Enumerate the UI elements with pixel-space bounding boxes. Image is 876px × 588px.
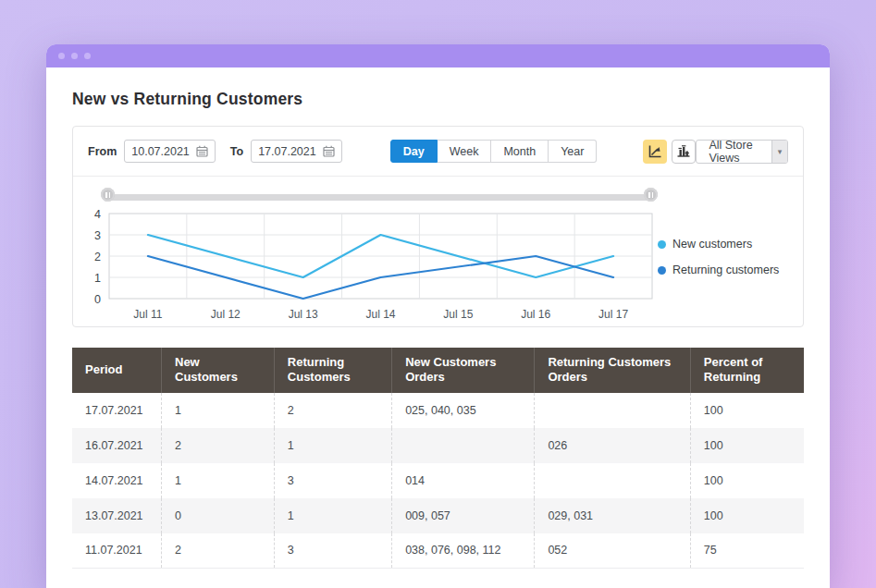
legend-dot-icon bbox=[658, 266, 666, 275]
table-cell: 100 bbox=[690, 428, 804, 463]
chart-legend: New customersReturning customers bbox=[658, 238, 779, 276]
line-chart: 01234Jul 11Jul 12Jul 13Jul 14Jul 15Jul 1… bbox=[81, 206, 710, 323]
x-tick-label: Jul 17 bbox=[598, 308, 628, 321]
table-header-row: PeriodNew CustomersReturning CustomersNe… bbox=[72, 348, 804, 393]
x-tick-label: Jul 12 bbox=[211, 308, 241, 321]
x-tick-label: Jul 13 bbox=[289, 308, 318, 321]
legend-label: Returning customers bbox=[672, 263, 779, 276]
y-tick-label: 2 bbox=[94, 251, 101, 263]
table-cell: 2 bbox=[274, 393, 391, 428]
table-row: 14.07.202113014100 bbox=[72, 463, 804, 498]
table-cell: 1 bbox=[162, 463, 275, 498]
to-date-input[interactable]: 17.07.2021 bbox=[251, 140, 342, 163]
window-titlebar[interactable] bbox=[46, 44, 830, 67]
period-button-group: DayWeekMonthYear bbox=[390, 140, 598, 163]
table-cell: 026 bbox=[535, 428, 690, 463]
table-cell bbox=[392, 428, 535, 463]
table-cell: 17.07.2021 bbox=[72, 393, 162, 428]
from-date-value: 10.07.2021 bbox=[131, 145, 190, 158]
chart-area: 01234Jul 11Jul 12Jul 13Jul 14Jul 15Jul 1… bbox=[73, 177, 803, 326]
table-cell: 1 bbox=[162, 393, 275, 428]
y-tick-label: 4 bbox=[94, 208, 101, 221]
x-tick-label: Jul 15 bbox=[443, 308, 473, 321]
table-cell: 1 bbox=[274, 498, 391, 533]
column-header: Returning Customers bbox=[274, 348, 391, 393]
table-cell: 038, 076, 098, 112 bbox=[392, 533, 535, 569]
period-button-week[interactable]: Week bbox=[438, 140, 492, 163]
from-date-input[interactable]: 10.07.2021 bbox=[124, 140, 216, 163]
table-cell: 16.07.2021 bbox=[72, 428, 162, 463]
page-title: New vs Returning Customers bbox=[72, 90, 804, 109]
legend-item: Returning customers bbox=[658, 263, 779, 276]
table-cell: 2 bbox=[162, 428, 275, 463]
column-header: Period bbox=[72, 348, 162, 393]
line-chart-icon[interactable] bbox=[643, 140, 667, 164]
table-cell: 052 bbox=[535, 533, 690, 569]
column-header: New Customers Orders bbox=[392, 348, 535, 393]
filter-toolbar: From 10.07.2021 To 17.07.2021 DayWeekMon… bbox=[73, 127, 803, 177]
bar-chart-icon[interactable] bbox=[672, 140, 696, 164]
period-button-month[interactable]: Month bbox=[491, 140, 549, 163]
table-row: 16.07.202121026100 bbox=[72, 428, 804, 463]
from-label: From bbox=[88, 145, 117, 158]
table-cell: 75 bbox=[690, 533, 804, 569]
column-header: Returning Customers Orders bbox=[535, 348, 690, 393]
y-tick-label: 1 bbox=[94, 272, 101, 285]
table-cell: 029, 031 bbox=[535, 498, 690, 533]
table-cell: 100 bbox=[690, 393, 804, 428]
x-tick-label: Jul 14 bbox=[365, 308, 395, 321]
period-button-day[interactable]: Day bbox=[390, 140, 438, 163]
calendar-icon[interactable] bbox=[323, 145, 335, 157]
table-cell: 1 bbox=[274, 428, 391, 463]
table-cell: 2 bbox=[162, 533, 275, 569]
report-table: PeriodNew CustomersReturning CustomersNe… bbox=[72, 348, 804, 569]
table-cell bbox=[535, 393, 690, 428]
table-cell: 14.07.2021 bbox=[72, 463, 162, 498]
app-window: New vs Returning Customers From 10.07.20… bbox=[46, 44, 830, 588]
column-header: Percent of Returning bbox=[690, 348, 804, 393]
table-cell bbox=[535, 463, 690, 498]
chart-type-buttons bbox=[643, 140, 696, 164]
legend-label: New customers bbox=[672, 238, 752, 251]
table-cell: 3 bbox=[274, 533, 391, 569]
table-cell: 009, 057 bbox=[392, 498, 535, 533]
store-view-value: All Store Views bbox=[697, 141, 771, 163]
calendar-icon[interactable] bbox=[196, 145, 208, 157]
to-label: To bbox=[230, 145, 243, 158]
table-row: 13.07.202101009, 057029, 031100 bbox=[72, 498, 804, 533]
legend-item: New customers bbox=[658, 238, 779, 251]
x-tick-label: Jul 11 bbox=[133, 308, 162, 321]
report-card: From 10.07.2021 To 17.07.2021 DayWeekMon… bbox=[72, 126, 804, 327]
legend-dot-icon bbox=[658, 240, 666, 249]
range-slider-handle-right[interactable] bbox=[644, 188, 658, 202]
y-tick-label: 3 bbox=[94, 229, 101, 242]
table-cell: 100 bbox=[690, 463, 804, 498]
window-dot-icon[interactable] bbox=[84, 53, 91, 59]
window-dot-icon[interactable] bbox=[71, 53, 78, 59]
table-cell: 0 bbox=[162, 498, 275, 533]
x-tick-label: Jul 16 bbox=[521, 308, 550, 321]
table-row: 11.07.202123038, 076, 098, 11205275 bbox=[72, 533, 804, 569]
table-cell: 11.07.2021 bbox=[72, 533, 162, 569]
table-cell: 100 bbox=[690, 498, 804, 533]
window-dot-icon[interactable] bbox=[58, 53, 65, 59]
to-date-value: 17.07.2021 bbox=[258, 145, 316, 158]
table-cell: 014 bbox=[392, 463, 535, 498]
range-slider-handle-left[interactable] bbox=[101, 188, 115, 202]
table-cell: 025, 040, 035 bbox=[392, 393, 535, 428]
chevron-down-icon[interactable]: ▾ bbox=[771, 141, 787, 163]
table-row: 17.07.202112025, 040, 035100 bbox=[72, 393, 804, 428]
table-cell: 3 bbox=[274, 463, 391, 498]
column-header: New Customers bbox=[162, 348, 275, 393]
period-button-year[interactable]: Year bbox=[549, 140, 597, 163]
table-cell: 13.07.2021 bbox=[72, 498, 162, 533]
range-slider-track[interactable] bbox=[107, 194, 651, 201]
store-view-select[interactable]: All Store Views ▾ bbox=[696, 140, 788, 164]
y-tick-label: 0 bbox=[94, 293, 101, 306]
